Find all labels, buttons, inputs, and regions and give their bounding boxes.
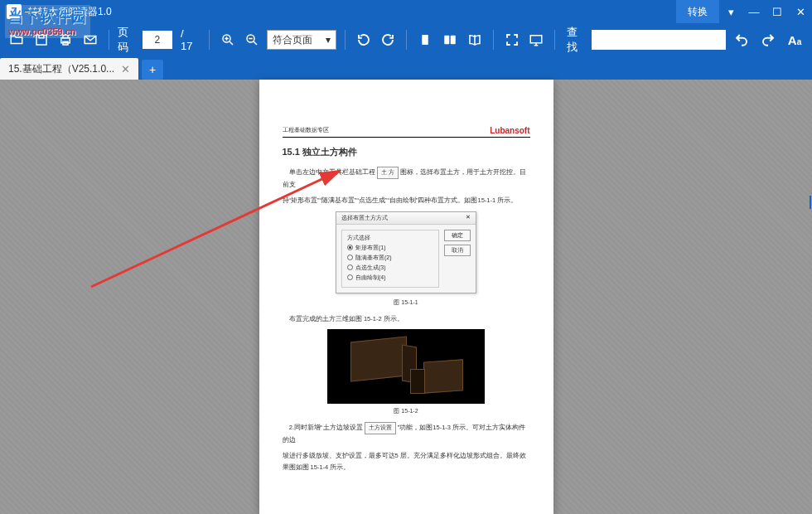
radio-icon bbox=[347, 245, 353, 250]
radio-icon bbox=[347, 274, 353, 280]
email-icon[interactable] bbox=[80, 29, 100, 51]
redo-icon[interactable] bbox=[757, 29, 779, 51]
doc-heading: 15.1 独立土方构件 bbox=[283, 146, 530, 158]
text-tool-icon[interactable]: Aa bbox=[784, 29, 805, 51]
zoom-out-icon[interactable] bbox=[242, 29, 262, 51]
fullscreen-icon[interactable] bbox=[502, 29, 522, 51]
text: 2.同时新增“土方边坡设置 bbox=[289, 424, 363, 431]
tab-label: 15.基础工程（V25.1.0... bbox=[8, 62, 114, 76]
svg-rect-3 bbox=[63, 35, 68, 38]
search-label: 查找 bbox=[567, 25, 587, 55]
rotate-left-icon[interactable] bbox=[354, 29, 374, 51]
app-logo: Z bbox=[7, 4, 22, 19]
document-viewport[interactable]: 工程基础数据专区 Lubansoft 15.1 独立土方构件 单击左边中文工具栏… bbox=[0, 80, 812, 514]
chevron-down-icon: ▾ bbox=[326, 34, 331, 46]
svg-rect-1 bbox=[39, 35, 44, 38]
doc-paragraph: 单击左边中文工具栏基础工程 土 方 图标，选择布置土方，用于土方开挖控。目前支 bbox=[283, 167, 530, 190]
rotate-right-icon[interactable] bbox=[379, 29, 399, 51]
radio-icon bbox=[347, 264, 353, 270]
radio-label: 随满基布置(2) bbox=[355, 254, 392, 262]
search-input[interactable] bbox=[592, 30, 726, 50]
menu-dropdown-icon[interactable]: ▾ bbox=[719, 0, 742, 23]
svg-rect-11 bbox=[531, 36, 543, 43]
scrollbar-thumb[interactable] bbox=[810, 196, 811, 209]
page-label: 页码 bbox=[118, 25, 138, 55]
radio-label: 矩形布置(1) bbox=[355, 244, 386, 252]
main-toolbar: 页码 / 17 符合页面▾ 查找 Aa bbox=[0, 23, 812, 56]
figure-label: 图 15-1-1 bbox=[283, 298, 530, 307]
convert-button[interactable]: 转换 bbox=[676, 0, 719, 23]
page-content: 工程基础数据专区 Lubansoft 15.1 独立土方构件 单击左边中文工具栏… bbox=[259, 80, 553, 514]
maximize-button[interactable]: ☐ bbox=[766, 0, 789, 23]
radio-label: 自由绘制(4) bbox=[355, 274, 386, 282]
two-page-icon[interactable] bbox=[440, 29, 460, 51]
dialog-title: 选择布置土方方式 bbox=[341, 214, 388, 222]
svg-rect-10 bbox=[451, 36, 456, 45]
zoom-mode-select[interactable]: 符合页面▾ bbox=[267, 30, 336, 50]
print-icon[interactable] bbox=[56, 29, 76, 51]
embedded-dialog-figure: 选择布置土方方式✕ 方式选择 矩形布置(1) 随满基布置(2) 点选生成(3) … bbox=[336, 211, 476, 293]
doc-brand: Lubansoft bbox=[490, 126, 529, 135]
save-icon[interactable] bbox=[31, 29, 51, 51]
close-button[interactable]: ✕ bbox=[789, 0, 812, 23]
app-title: 转转大师阅读器1.0 bbox=[28, 5, 112, 19]
doc-paragraph: 2.同时新增“土方边坡设置 土方设置 ”功能，如图15-1-3 所示。可对土方实… bbox=[283, 422, 530, 445]
text: 布置完成的土方三维如图 15-1-2 所示。 bbox=[289, 315, 404, 322]
tabbar: 15.基础工程（V25.1.0... ✕ + bbox=[0, 56, 812, 80]
inline-toolbar-icon: 土方设置 bbox=[365, 422, 396, 434]
text: 单击左边中文工具栏基础工程 bbox=[289, 168, 375, 176]
undo-icon[interactable] bbox=[731, 29, 752, 51]
tab-close-icon[interactable]: ✕ bbox=[121, 63, 130, 75]
fieldset-title: 方式选择 bbox=[347, 234, 433, 242]
new-tab-button[interactable]: + bbox=[142, 60, 163, 80]
radio-label: 点选生成(3) bbox=[355, 264, 386, 272]
doc-paragraph: 持“矩形布置”“随满基布置”“点选生成”“自由绘制”四种布置方式。如图15-1-… bbox=[283, 195, 530, 206]
dialog-ok-button: 确定 bbox=[444, 230, 471, 241]
titlebar: Z 转转大师阅读器1.0 转换 ▾ — ☐ ✕ bbox=[0, 0, 812, 23]
radio-icon bbox=[347, 255, 353, 260]
inline-toolbar-icon: 土 方 bbox=[377, 167, 399, 179]
zoom-mode-label: 符合页面 bbox=[273, 33, 312, 47]
dialog-close-icon: ✕ bbox=[466, 214, 471, 222]
document-tab[interactable]: 15.基础工程（V25.1.0... ✕ bbox=[0, 58, 138, 80]
zoom-in-icon[interactable] bbox=[218, 29, 238, 51]
svg-rect-0 bbox=[36, 35, 46, 45]
dialog-cancel-button: 取消 bbox=[444, 245, 471, 256]
doc-paragraph: 布置完成的土方三维如图 15-1-2 所示。 bbox=[283, 313, 530, 325]
doc-header-left: 工程基础数据专区 bbox=[283, 126, 329, 135]
minimize-button[interactable]: — bbox=[742, 0, 766, 23]
open-file-icon[interactable] bbox=[7, 29, 27, 51]
figure-3d bbox=[327, 329, 485, 404]
single-page-icon[interactable] bbox=[415, 29, 435, 51]
svg-rect-9 bbox=[444, 36, 449, 45]
book-view-icon[interactable] bbox=[465, 29, 485, 51]
svg-rect-8 bbox=[422, 35, 428, 45]
presentation-icon[interactable] bbox=[526, 29, 546, 51]
page-number-input[interactable] bbox=[143, 31, 172, 49]
figure-label: 图 15-1-2 bbox=[283, 407, 530, 415]
page-total: / 17 bbox=[181, 27, 197, 52]
doc-paragraph: 坡进行多级放坡、支护设置，最多可达5 层。充分满足多样化边坡形式组合。最终效果图… bbox=[283, 450, 530, 473]
